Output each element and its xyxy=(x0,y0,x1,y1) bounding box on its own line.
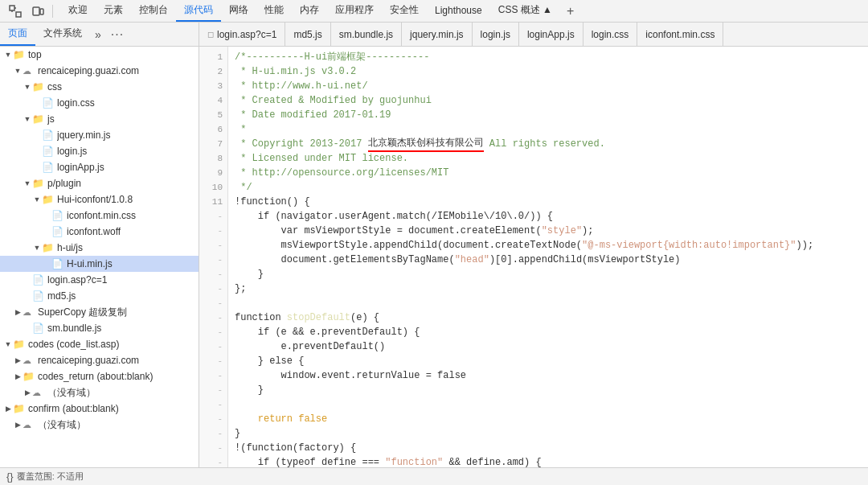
tree-item-login-app[interactable]: 📄 loginApp.js xyxy=(0,159,199,175)
highlighted-company-name: 北京颖杰联创科技有限公司 xyxy=(368,136,484,152)
tree-item-rencai1[interactable]: ▼ ☁ rencaiceping.guazi.com xyxy=(0,63,199,79)
tab-elements[interactable]: 元素 xyxy=(96,0,131,22)
cloud-icon: ☁ xyxy=(32,388,45,398)
js-file-icon: 📄 xyxy=(32,290,45,302)
line-num: 1 xyxy=(199,50,227,64)
line-num: - xyxy=(199,383,227,397)
tree-arrow: ▼ xyxy=(32,195,42,203)
tree-item-supercopy[interactable]: ▶ ☁ SuperCopy 超级复制 xyxy=(0,304,199,320)
js-file-icon: 📄 xyxy=(32,323,45,334)
tree-item-hui-min-js[interactable]: 📄 H-ui.min.js xyxy=(0,256,199,272)
tab-sources[interactable]: 源代码 xyxy=(176,0,221,22)
line-num: - xyxy=(199,267,227,282)
status-icon: {} xyxy=(6,471,14,483)
line-num: - xyxy=(199,209,227,224)
tree-item-hui-iconfont[interactable]: ▼ 📁 Hui-iconfont/1.0.8 xyxy=(0,191,199,208)
tree-item-js[interactable]: ▼ 📁 js xyxy=(0,111,199,127)
file-tab-sm-bundle[interactable]: sm.bundle.js xyxy=(331,23,402,46)
file-tab-jquery[interactable]: jquery.min.js xyxy=(402,23,472,46)
tree-label: codes (code_list.asp) xyxy=(28,339,119,350)
tree-item-login-js[interactable]: 📄 login.js xyxy=(0,143,199,159)
line-num: 11 xyxy=(199,195,227,209)
line-num: - xyxy=(199,412,227,426)
tree-label: rencaiceping.guazi.com xyxy=(38,355,139,366)
code-line: function stopDefault(e) { xyxy=(235,310,862,325)
js-file-icon: 📄 xyxy=(51,258,64,269)
tree-item-login-css[interactable]: 📄 login.css xyxy=(0,95,199,111)
code-line: e.preventDefault() xyxy=(235,339,862,354)
tree-item-sm-bundle[interactable]: 📄 sm.bundle.js xyxy=(0,320,199,336)
tree-arrow: ▶ xyxy=(13,421,23,429)
tab-filesystem[interactable]: 文件系统 xyxy=(35,23,90,46)
tree-item-codes[interactable]: ▼ 📁 codes (code_list.asp) xyxy=(0,336,199,352)
tree-item-confirm[interactable]: ▶ 📁 confirm (about:blank) xyxy=(0,401,199,417)
file-icon: ◻ xyxy=(207,30,214,39)
more-tabs-button[interactable]: » xyxy=(90,24,106,45)
tab-network[interactable]: 网络 xyxy=(221,0,256,22)
code-line: } xyxy=(235,426,862,441)
generic-file-icon: 📄 xyxy=(51,226,64,237)
tree-label: iconfont.woff xyxy=(67,226,121,237)
code-line: document.getElementsByTagName("head")[0]… xyxy=(235,253,862,267)
tree-label: codes_return (about:blank) xyxy=(38,371,153,382)
tree-item-rencai2[interactable]: ▶ ☁ rencaiceping.guazi.com xyxy=(0,352,199,368)
code-line: } else { xyxy=(235,354,862,368)
tree-label: loginApp.js xyxy=(57,162,104,173)
tree-item-no-domain1[interactable]: ▶ ☁ （没有域） xyxy=(0,384,199,401)
tree-arrow: ▶ xyxy=(13,372,23,380)
tab-memory[interactable]: 内存 xyxy=(292,0,327,22)
tree-item-login-asp[interactable]: 📄 login.asp?c=1 xyxy=(0,272,199,288)
code-line: } xyxy=(235,267,862,282)
line-num: 8 xyxy=(199,151,227,166)
code-line: msViewportStyle.appendChild(document.cre… xyxy=(235,238,862,253)
tree-item-hui-js[interactable]: ▼ 📁 h-ui/js xyxy=(0,240,199,256)
tree-arrow: ▼ xyxy=(3,340,13,348)
css-file-icon: 📄 xyxy=(51,210,64,221)
tab-page[interactable]: 页面 xyxy=(0,23,35,46)
tab-security[interactable]: 安全性 xyxy=(382,0,427,22)
tree-label: jquery.min.js xyxy=(57,129,110,141)
code-lines[interactable]: /*----------H-ui前端框架----------- * H-ui.m… xyxy=(228,47,868,467)
line-num: 3 xyxy=(199,79,227,93)
code-line: }; xyxy=(235,282,862,296)
tree-arrow: ▶ xyxy=(13,308,23,316)
tab-welcome[interactable]: 欢迎 xyxy=(60,0,96,22)
code-line: !(function(factory) { xyxy=(235,441,862,455)
tree-item-jquery[interactable]: 📄 jquery.min.js xyxy=(0,127,199,143)
tab-lighthouse[interactable]: Lighthouse xyxy=(427,2,490,21)
file-tab-iconfont-css[interactable]: iconfont.min.css xyxy=(637,23,723,46)
tree-item-codes-return[interactable]: ▶ 📁 codes_return (about:blank) xyxy=(0,368,199,384)
tree-item-css[interactable]: ▼ 📁 css xyxy=(0,79,199,95)
tree-arrow: ▼ xyxy=(32,244,42,252)
file-tabs: ◻ login.asp?c=1 md5.js sm.bundle.js jque… xyxy=(199,23,868,46)
code-content: 1 2 3 4 5 6 7 8 9 10 11 - - - - - - - - … xyxy=(199,47,868,467)
tree-item-plugin[interactable]: ▼ 📁 p/plugin xyxy=(0,175,199,191)
line-num: 7 xyxy=(199,137,227,151)
tree-item-iconfont-css[interactable]: 📄 iconfont.min.css xyxy=(0,208,199,224)
panel-menu-button[interactable]: ··· xyxy=(106,23,129,46)
tree-item-iconfont-woff[interactable]: 📄 iconfont.woff xyxy=(0,224,199,240)
tab-css-overview[interactable]: CSS 概述 ▲ xyxy=(490,0,560,22)
tree-item-no-domain2[interactable]: ▶ ☁ （没有域） xyxy=(0,417,199,433)
cloud-icon: ☁ xyxy=(23,356,35,366)
file-tab-login-asp[interactable]: ◻ login.asp?c=1 xyxy=(199,23,285,46)
tab-console[interactable]: 控制台 xyxy=(131,0,176,22)
file-tab-login-js[interactable]: login.js xyxy=(473,23,519,46)
tree-label: login.js xyxy=(57,146,87,157)
file-tab-login-app[interactable]: loginApp.js xyxy=(519,23,583,46)
tree-item-md5[interactable]: 📄 md5.js xyxy=(0,288,199,304)
file-tab-md5[interactable]: md5.js xyxy=(285,23,330,46)
device-icon[interactable] xyxy=(27,2,48,20)
add-tab-button[interactable]: + xyxy=(560,1,580,22)
tab-performance[interactable]: 性能 xyxy=(256,0,292,22)
tree-label: rencaiceping.guazi.com xyxy=(38,65,139,76)
file-tab-login-css[interactable]: login.css xyxy=(583,23,638,46)
tree-label: js xyxy=(47,113,55,125)
tree-arrow: ▶ xyxy=(13,356,23,364)
main-tabs: 欢迎 元素 控制台 源代码 网络 性能 内存 应用程序 安全性 Lighthou… xyxy=(60,0,580,22)
code-line: * xyxy=(235,122,862,137)
tab-application[interactable]: 应用程序 xyxy=(327,0,382,22)
tree-item-top[interactable]: ▼ 📁 top xyxy=(0,47,199,63)
folder-icon: 📁 xyxy=(32,178,45,189)
inspect-icon[interactable] xyxy=(5,2,26,20)
